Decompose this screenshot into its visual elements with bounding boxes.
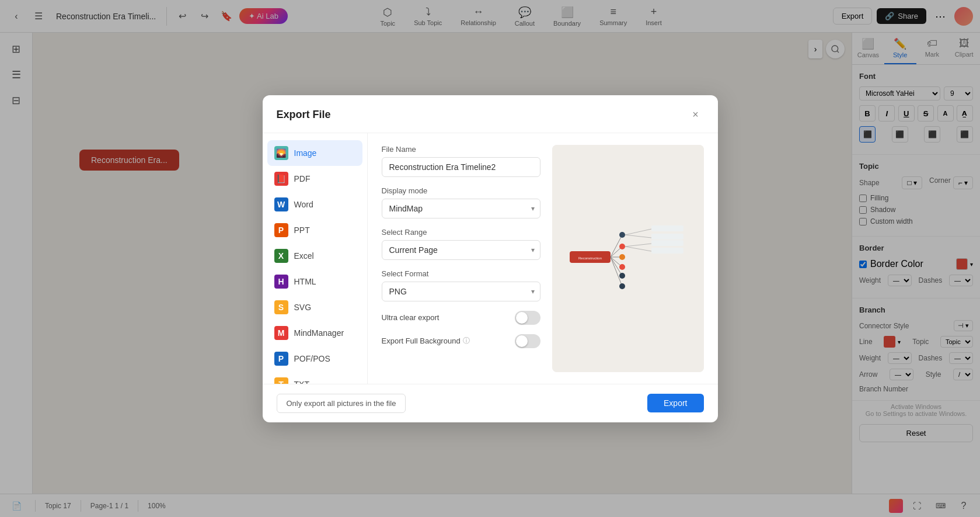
svg-point-15 (619, 273, 625, 279)
modal-close-button[interactable]: × (688, 107, 704, 123)
file-type-image[interactable]: 🌄Image (267, 140, 362, 166)
file-type-word[interactable]: WWord (267, 192, 362, 217)
preview-pane: Reconstruction (552, 145, 704, 372)
pdf-icon: 📕 (274, 172, 288, 186)
preview-svg: Reconstruction (564, 200, 692, 317)
svg-icon: S (274, 300, 288, 314)
file-name-field: File Name (382, 145, 540, 177)
file-type-list: 🌄Image📕PDFWWordPPPTXExcelHHTMLSSVGMMindM… (263, 133, 368, 384)
file-type-ppt[interactable]: PPPT (267, 217, 362, 243)
config-and-preview: File Name Display mode MindMap Outline P… (382, 145, 704, 372)
file-name-input[interactable] (382, 157, 540, 177)
only-export-button[interactable]: Only export all pictures in the file (277, 394, 406, 413)
svg-rect-19 (651, 225, 683, 231)
txt-label: TXT (294, 380, 309, 384)
select-format-wrap: PNG JPG SVG WEBP ▾ (382, 282, 540, 301)
display-mode-field: Display mode MindMap Outline Presentatio… (382, 186, 540, 218)
excel-icon: X (274, 249, 288, 263)
svg-point-12 (619, 244, 625, 249)
select-range-select[interactable]: Current Page All Pages Selected Nodes (382, 240, 540, 260)
config-left: File Name Display mode MindMap Outline P… (382, 145, 540, 372)
modal-body: 🌄Image📕PDFWWordPPPTXExcelHHTMLSSVGMMindM… (263, 133, 718, 384)
mindmanager-icon: M (274, 326, 288, 340)
word-label: Word (294, 200, 313, 209)
select-range-field: Select Range Current Page All Pages Sele… (382, 228, 540, 260)
modal-title: Export File (277, 109, 331, 121)
modal-overlay: Export File × 🌄Image📕PDFWWordPPPTXExcelH… (0, 0, 980, 517)
svg-text:Reconstruction: Reconstruction (578, 256, 601, 260)
image-label: Image (294, 148, 317, 158)
file-type-mindmanager[interactable]: MMindManager (267, 320, 362, 346)
mindmanager-label: MindManager (294, 328, 344, 338)
export-bg-row: Export Full Background ⓘ (382, 334, 540, 348)
export-action-button[interactable]: Export (647, 394, 703, 412)
word-icon: W (274, 197, 288, 211)
svg-label: SVG (294, 303, 312, 312)
select-range-label: Select Range (382, 228, 540, 237)
file-name-label: File Name (382, 145, 540, 154)
image-icon: 🌄 (274, 146, 288, 160)
file-type-pdf[interactable]: 📕PDF (267, 166, 362, 192)
svg-point-13 (619, 254, 625, 260)
export-bg-toggle[interactable] (515, 334, 540, 348)
select-format-label: Select Format (382, 269, 540, 278)
export-config: File Name Display mode MindMap Outline P… (368, 133, 718, 384)
select-format-select[interactable]: PNG JPG SVG WEBP (382, 282, 540, 301)
file-type-excel[interactable]: XExcel (267, 243, 362, 269)
svg-point-11 (619, 232, 625, 238)
ultra-clear-label: Ultra clear export (382, 313, 440, 322)
export-bg-info[interactable]: ⓘ (463, 336, 470, 346)
pofpos-icon: P (274, 352, 288, 366)
file-type-txt[interactable]: TTXT (267, 372, 362, 384)
ppt-icon: P (274, 223, 288, 237)
modal-footer: Only export all pictures in the file Exp… (263, 384, 718, 422)
excel-label: Excel (294, 251, 314, 261)
svg-point-14 (619, 264, 625, 270)
display-mode-wrap: MindMap Outline Presentation ▾ (382, 199, 540, 218)
file-type-pofpos[interactable]: PPOF/POS (267, 346, 362, 372)
pdf-label: PDF (294, 174, 311, 183)
svg-rect-23 (651, 240, 683, 246)
svg-rect-24 (651, 248, 683, 254)
html-label: HTML (294, 277, 316, 286)
ultra-clear-row: Ultra clear export (382, 311, 540, 325)
file-type-html[interactable]: HHTML (267, 269, 362, 294)
modal-header: Export File × (263, 95, 718, 133)
select-format-field: Select Format PNG JPG SVG WEBP ▾ (382, 269, 540, 301)
svg-point-16 (619, 283, 625, 289)
display-mode-select[interactable]: MindMap Outline Presentation (382, 199, 540, 218)
txt-icon: T (274, 377, 288, 384)
html-icon: H (274, 275, 288, 289)
ppt-label: PPT (294, 225, 310, 235)
pofpos-label: POF/POS (294, 354, 330, 363)
file-type-svg[interactable]: SSVG (267, 294, 362, 320)
export-modal: Export File × 🌄Image📕PDFWWordPPPTXExcelH… (263, 95, 718, 422)
display-mode-label: Display mode (382, 186, 540, 195)
select-range-wrap: Current Page All Pages Selected Nodes ▾ (382, 240, 540, 260)
preview-inner: Reconstruction (552, 145, 704, 372)
svg-rect-20 (651, 234, 683, 240)
export-bg-label: Export Full Background ⓘ (382, 336, 470, 346)
ultra-clear-toggle[interactable] (515, 311, 540, 325)
